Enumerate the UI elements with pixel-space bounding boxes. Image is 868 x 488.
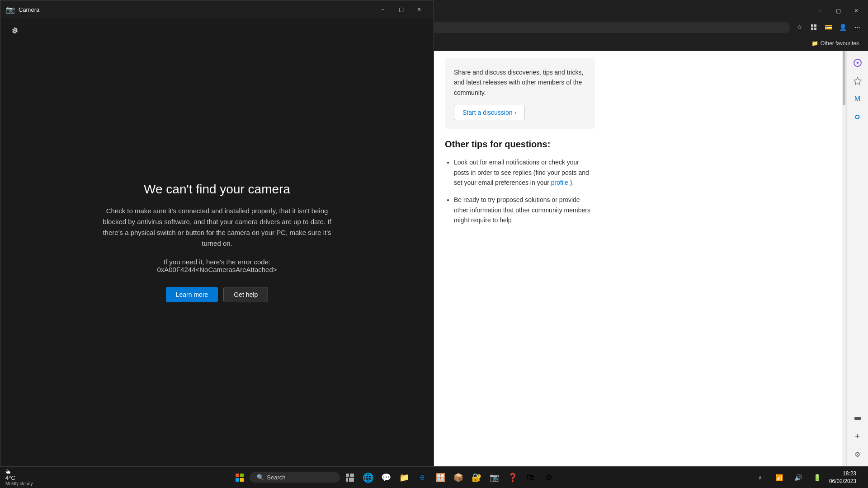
clock[interactable]: 18:23 06/02/2023 xyxy=(829,470,856,485)
nav-tools: ☆ 💳 👤 ··· xyxy=(793,21,863,33)
scroll-thumb[interactable] xyxy=(843,51,845,105)
edge-sidebar: M O + ⚙ xyxy=(846,51,868,466)
clock-time: 18:23 xyxy=(829,470,856,478)
tips-section: Other tips for questions: Look out for e… xyxy=(445,138,595,225)
tip-2: Be ready to try proposed solutions or pr… xyxy=(454,195,595,225)
bookmark-other-label: Other favourites xyxy=(821,40,859,47)
favorites-button[interactable]: ☆ xyxy=(793,21,806,33)
get-help-button[interactable]: Get help xyxy=(223,287,268,302)
camera-app-title: Camera xyxy=(19,6,39,13)
discussion-text: Share and discuss discoveries, tips and … xyxy=(454,67,586,98)
show-desktop-button[interactable] xyxy=(860,469,863,486)
svg-rect-0 xyxy=(811,24,813,27)
edge-taskbar-button[interactable]: 🌐 xyxy=(360,469,376,486)
tip-2-text: Be ready to try proposed solutions or pr… xyxy=(454,196,590,224)
taskbar-right: ∧ 📶 🔊 🔋 18:23 06/02/2023 xyxy=(752,469,868,486)
discussion-card: Share and discuss discoveries, tips and … xyxy=(445,58,595,129)
profile-button[interactable]: 👤 xyxy=(836,21,849,33)
edge-add-button[interactable]: + xyxy=(849,428,866,445)
profile-link[interactable]: profile xyxy=(551,179,568,186)
weather-desc: Mostly cloudy xyxy=(5,481,33,486)
tray-overflow-button[interactable]: ∧ xyxy=(752,469,769,486)
tip-1-text: Look out for email notifications or chec… xyxy=(454,159,589,186)
weather-widget[interactable]: 🌥 4°C Mostly cloudy xyxy=(5,469,33,486)
start-button[interactable] xyxy=(231,469,248,486)
volume-icon[interactable]: 🔊 xyxy=(790,469,807,486)
page-inner: Share and discuss discoveries, tips and … xyxy=(434,51,606,240)
teams-button[interactable]: 💬 xyxy=(378,469,394,486)
taskbar: 🌥 4°C Mostly cloudy 🔍 Search xyxy=(0,466,868,488)
network-icon[interactable]: 📶 xyxy=(771,469,788,486)
dropbox-button[interactable]: 📦 xyxy=(450,469,467,486)
close-button[interactable]: ✕ xyxy=(410,2,428,17)
start-discussion-button[interactable]: Start a discussion › xyxy=(454,105,525,120)
bookmark-other-favourites[interactable]: 📁 Other favourites xyxy=(807,39,863,48)
camera-error-title: We can't find your camera xyxy=(144,182,290,197)
svg-rect-8 xyxy=(240,474,244,477)
tips-title: Other tips for questions: xyxy=(445,138,595,150)
minimize-button[interactable]: − xyxy=(374,2,392,17)
camera-settings-button[interactable] xyxy=(8,23,22,38)
svg-rect-7 xyxy=(236,474,239,477)
camera-error-code-value: 0xA00F4244<NoCamerasAreAttached> xyxy=(157,266,277,273)
page-content: Share and discuss discoveries, tips and … xyxy=(434,51,842,466)
svg-rect-2 xyxy=(811,28,813,30)
more-button[interactable]: ··· xyxy=(851,21,863,33)
camera-action-buttons: Learn more Get help xyxy=(166,287,269,302)
tips-list: Look out for email notifications or chec… xyxy=(445,157,595,225)
svg-rect-11 xyxy=(346,474,349,477)
edge-outlook-button[interactable]: M xyxy=(849,91,866,107)
maximize-button[interactable]: ▢ xyxy=(392,2,410,17)
taskbar-search[interactable]: 🔍 Search xyxy=(250,472,340,483)
svg-rect-6 xyxy=(854,417,861,420)
taskbar-center: 🔍 Search 🌐 💬 📁 e 🪟 📦 🔐 📷 ❓ xyxy=(37,469,752,486)
camera-app-icon: 📷 xyxy=(6,5,15,14)
svg-rect-1 xyxy=(814,24,816,27)
browser-maximize[interactable]: ▢ xyxy=(829,4,847,18)
taskbar-left: 🌥 4°C Mostly cloudy xyxy=(0,469,37,486)
msn-button[interactable]: 🪟 xyxy=(432,469,448,486)
browser-minimize[interactable]: − xyxy=(811,4,829,18)
search-icon: 🔍 xyxy=(257,474,264,481)
edge-settings-button[interactable]: ⚙ xyxy=(849,446,866,463)
svg-rect-9 xyxy=(236,478,239,482)
svg-rect-3 xyxy=(814,28,816,30)
tip-1: Look out for email notifications or chec… xyxy=(454,157,595,188)
camera-error-body: We can't find your camera Check to make … xyxy=(0,19,434,466)
weather-temp: 4°C xyxy=(5,474,15,481)
wallet-button[interactable]: 💳 xyxy=(822,21,835,33)
edge-copilot-button[interactable] xyxy=(849,55,866,71)
password-manager-button[interactable]: 🔐 xyxy=(468,469,485,486)
system-tray: ∧ 📶 🔊 🔋 xyxy=(752,469,826,486)
taskbar-search-label: Search xyxy=(267,474,285,481)
task-view-button[interactable] xyxy=(342,469,358,486)
svg-rect-14 xyxy=(349,478,354,482)
learn-more-button[interactable]: Learn more xyxy=(166,287,218,302)
svg-marker-5 xyxy=(854,77,861,85)
svg-rect-13 xyxy=(346,478,348,482)
tip-1-text-after: ). xyxy=(570,179,574,186)
browser-taskbar[interactable]: e xyxy=(414,469,430,486)
scrollbar[interactable] xyxy=(842,51,846,466)
edge-zoom-button[interactable] xyxy=(849,410,866,427)
svg-rect-12 xyxy=(350,474,354,477)
help-button[interactable]: ❓ xyxy=(505,469,521,486)
window-controls: − ▢ ✕ xyxy=(374,2,428,17)
file-explorer-button[interactable]: 📁 xyxy=(396,469,412,486)
camera-taskbar-button[interactable]: 📷 xyxy=(486,469,503,486)
camera-error-code-label: If you need it, here's the error code: 0… xyxy=(157,258,277,273)
camera-titlebar: 📷 Camera − ▢ ✕ xyxy=(0,0,434,19)
battery-icon[interactable]: 🔋 xyxy=(809,469,826,486)
bookmark-folder-icon: 📁 xyxy=(811,40,818,47)
settings-taskbar-button[interactable]: ⚙ xyxy=(541,469,557,486)
edge-outlook2-button[interactable]: O xyxy=(849,109,866,125)
svg-rect-10 xyxy=(240,478,244,482)
store-button[interactable]: 🛍 xyxy=(523,469,539,486)
browser-close[interactable]: ✕ xyxy=(847,4,865,18)
collections-button[interactable] xyxy=(807,21,820,33)
clock-date: 06/02/2023 xyxy=(829,478,856,485)
edge-favorites-button[interactable] xyxy=(849,73,866,89)
camera-app-window: 📷 Camera − ▢ ✕ We can't find your camera… xyxy=(0,0,434,466)
camera-error-description: Check to make sure it's connected and in… xyxy=(95,206,339,249)
weather-icon: 🌥 xyxy=(5,469,10,474)
